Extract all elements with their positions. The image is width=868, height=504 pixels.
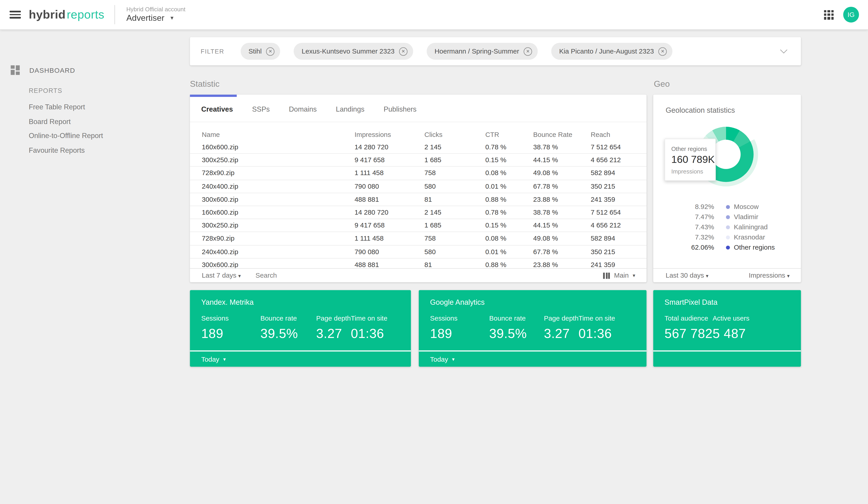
top-bar: hybridreports Hybrid Official account Ad… bbox=[0, 0, 868, 29]
legend-dot-icon bbox=[726, 245, 730, 249]
sidebar-item[interactable]: Online-to-Offline Report bbox=[29, 129, 103, 144]
sidebar-item[interactable]: Board Report bbox=[29, 115, 103, 129]
smartpixel-data-card: SmartPixel Data Total audience 567 782 A… bbox=[653, 290, 801, 367]
statistic-card: CreativesSSPsDomainsLandingsPublishers N… bbox=[190, 95, 647, 282]
topbar-divider bbox=[115, 5, 115, 24]
account-label: Hybrid Official account bbox=[126, 6, 185, 13]
legend-row[interactable]: 7.32% Krasnodar bbox=[653, 232, 801, 242]
table-row[interactable]: 240x400.zip 790 080 580 0.01 % 67.78 % 3… bbox=[190, 180, 647, 193]
chevron-down-icon: ▾ bbox=[452, 356, 455, 362]
table-row[interactable]: 728x90.zip 1 111 458 758 0.08 % 49.08 % … bbox=[190, 232, 647, 245]
table-footer: Last 7 days ▾ Search Main ▾ bbox=[190, 268, 647, 282]
geo-legend: 8.92% Moscow 7.47% Vladimir 7.43% Kalini… bbox=[653, 202, 801, 252]
tab[interactable]: Landings bbox=[336, 105, 365, 113]
table-row[interactable]: 300x250.zip 9 417 658 1 685 0.15 % 44.15… bbox=[190, 154, 647, 167]
filter-chip[interactable]: Hoermann / Spring-Summer ✕ bbox=[427, 43, 538, 60]
tooltip-title: Other regions bbox=[671, 145, 715, 152]
chevron-down-icon: ▾ bbox=[238, 273, 241, 279]
chevron-down-icon: ▾ bbox=[787, 273, 789, 279]
logo-primary: hybrid bbox=[29, 8, 65, 21]
legend-row[interactable]: 8.92% Moscow bbox=[653, 202, 801, 212]
chevron-down-icon: ▾ bbox=[706, 273, 709, 279]
view-dropdown[interactable]: Main ▾ bbox=[603, 272, 635, 280]
table-row[interactable]: 160x600.zip 14 280 720 2 145 0.78 % 38.7… bbox=[190, 141, 647, 154]
tab[interactable]: SSPs bbox=[252, 105, 270, 113]
chevron-down-icon: ▾ bbox=[633, 273, 635, 278]
hamburger-menu-icon[interactable] bbox=[10, 11, 21, 19]
active-section-indicator bbox=[190, 95, 237, 97]
legend-row[interactable]: 62.06% Other regions bbox=[653, 242, 801, 252]
metric: Time on site 01:36 bbox=[351, 314, 388, 342]
card-footer: Today▾ bbox=[190, 350, 411, 367]
sidebar-item[interactable]: Free Table Report bbox=[29, 100, 103, 115]
donut-tooltip: Other regions 160 789K Impressions bbox=[664, 138, 716, 181]
filter-chip[interactable]: Kia Picanto / June-August 2323 ✕ bbox=[551, 43, 672, 60]
filter-expand-chevron-icon[interactable] bbox=[780, 46, 787, 54]
tab[interactable]: Domains bbox=[289, 105, 317, 113]
metric: Active users 5 487 bbox=[712, 314, 749, 342]
sidebar-dashboard-label: DASHBOARD bbox=[29, 66, 75, 74]
topbar-actions: IG bbox=[824, 7, 868, 23]
card-title: Google Analytics bbox=[430, 298, 485, 306]
table-row[interactable]: 300x600.zip 488 881 81 0.88 % 23.88 % 24… bbox=[190, 259, 647, 268]
metric: Sessions 189 bbox=[430, 314, 489, 342]
metric: Page depth 3.27 bbox=[544, 314, 578, 342]
metric: Page depth 3.27 bbox=[316, 314, 351, 342]
table-row[interactable]: 300x250.zip 9 417 658 1 685 0.15 % 44.15… bbox=[190, 219, 647, 232]
table-row[interactable]: 240x400.zip 790 080 580 0.01 % 67.78 % 3… bbox=[190, 245, 647, 259]
sidebar-item-dashboard[interactable]: DASHBOARD bbox=[11, 65, 75, 75]
filter-chip[interactable]: Lexus-Kuntsevo Summer 2323 ✕ bbox=[294, 43, 413, 60]
tab[interactable]: Publishers bbox=[384, 105, 416, 113]
chip-remove-icon[interactable]: ✕ bbox=[266, 47, 275, 55]
col-name: Name bbox=[202, 130, 355, 138]
filter-chip-label: Lexus-Kuntsevo Summer 2323 bbox=[302, 47, 395, 55]
chip-remove-icon[interactable]: ✕ bbox=[524, 47, 532, 55]
apps-grid-icon[interactable] bbox=[824, 10, 834, 19]
table-row[interactable]: 300x600.zip 488 881 81 0.88 % 23.88 % 24… bbox=[190, 193, 647, 206]
geo-metric-dropdown[interactable]: Impressions ▾ bbox=[749, 272, 789, 280]
tab[interactable]: Creatives bbox=[201, 105, 233, 113]
col-bounce-rate: Bounce Rate bbox=[533, 130, 591, 138]
account-name[interactable]: Advertiser▼ bbox=[126, 13, 185, 24]
col-impressions: Impressions bbox=[354, 130, 424, 138]
period-dropdown[interactable]: Today▾ bbox=[430, 355, 455, 363]
sidebar: DASHBOARD REPORTS Free Table ReportBoard… bbox=[0, 29, 190, 504]
card-footer: Today▾ bbox=[419, 350, 647, 367]
filter-chip-label: Stihl bbox=[248, 47, 261, 55]
logo-secondary: reports bbox=[67, 8, 104, 21]
col-reach: Reach bbox=[591, 130, 635, 138]
legend-row[interactable]: 7.47% Vladimir bbox=[653, 212, 801, 222]
metric: Bounce rate 39.5% bbox=[260, 314, 316, 342]
metrics: Total audience 567 782 Active users 5 48… bbox=[664, 314, 795, 342]
filter-chip-label: Kia Picanto / June-August 2323 bbox=[559, 47, 654, 55]
chip-remove-icon[interactable]: ✕ bbox=[659, 47, 667, 55]
geo-card: Geolocation statistics Other regions 160… bbox=[653, 95, 801, 282]
chip-remove-icon[interactable]: ✕ bbox=[399, 47, 407, 55]
card-title: SmartPixel Data bbox=[664, 298, 717, 306]
col-ctr: CTR bbox=[485, 130, 533, 138]
filter-chip[interactable]: Stihl ✕ bbox=[240, 43, 280, 60]
sidebar-report-list: Free Table ReportBoard ReportOnline-to-O… bbox=[29, 100, 103, 158]
metrics: Sessions 189 Bounce rate 39.5% Page dept… bbox=[201, 314, 405, 342]
yandex-metrika-card: Yandex. Metrika Sessions 189 Bounce rate… bbox=[190, 290, 411, 367]
geo-heading: Geo bbox=[654, 79, 670, 88]
table-header: Name Impressions Clicks CTR Bounce Rate … bbox=[190, 128, 647, 141]
statistic-heading: Statistic bbox=[190, 79, 219, 88]
legend-dot-icon bbox=[726, 225, 730, 229]
geo-card-title: Geolocation statistics bbox=[666, 106, 735, 114]
table-row[interactable]: 728x90.zip 1 111 458 758 0.08 % 49.08 % … bbox=[190, 167, 647, 180]
table-body: 160x600.zip 14 280 720 2 145 0.78 % 38.7… bbox=[190, 141, 647, 268]
legend-dot-icon bbox=[726, 215, 730, 219]
columns-icon bbox=[603, 272, 610, 279]
period-dropdown[interactable]: Today▾ bbox=[201, 355, 226, 363]
account-switcher[interactable]: Hybrid Official account Advertiser▼ bbox=[126, 6, 185, 23]
search-input[interactable]: Search bbox=[256, 272, 277, 280]
date-range-dropdown[interactable]: Last 7 days ▾ bbox=[202, 272, 241, 280]
sidebar-item[interactable]: Favourite Reports bbox=[29, 144, 103, 158]
legend-row[interactable]: 7.43% Kaliningrad bbox=[653, 222, 801, 232]
geo-range-dropdown[interactable]: Last 30 days ▾ bbox=[666, 272, 709, 280]
metric: Bounce rate 39.5% bbox=[489, 314, 544, 342]
dashboard-page: hybridreports Hybrid Official account Ad… bbox=[0, 0, 868, 504]
avatar[interactable]: IG bbox=[843, 7, 859, 23]
table-row[interactable]: 160x600.zip 14 280 720 2 145 0.78 % 38.7… bbox=[190, 206, 647, 219]
